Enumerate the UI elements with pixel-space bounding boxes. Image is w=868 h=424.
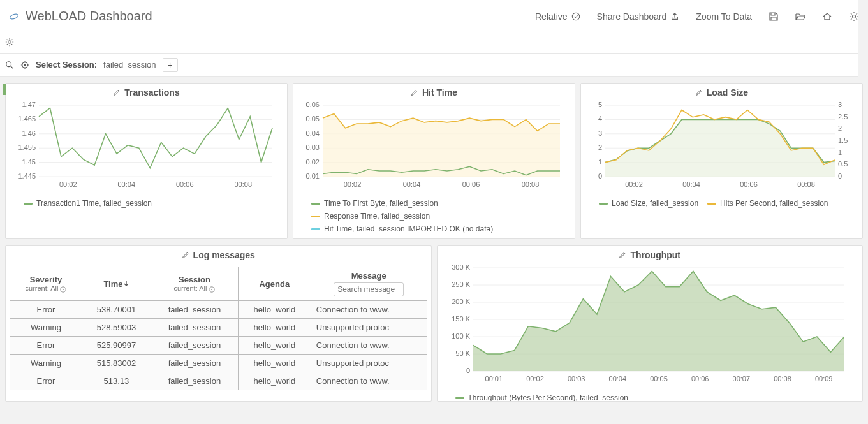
logo-icon (9, 11, 19, 22)
legend-text: Hits Per Second, failed_session (720, 199, 828, 208)
table-row[interactable]: Error513.13failed_sessionhello_worldConn… (10, 372, 427, 390)
subbar (0, 33, 868, 54)
cell-message: Unsupported protoc (311, 355, 427, 372)
title-text: Throughput (630, 250, 680, 260)
chart-hit-time[interactable]: 0.010.020.030.040.050.0600:0200:0400:060… (298, 101, 566, 191)
panel-title-transactions[interactable]: Transactions (6, 84, 287, 100)
panel-title-log[interactable]: Log messages (6, 246, 431, 263)
svg-text:1.5: 1.5 (838, 136, 848, 144)
svg-text:3: 3 (598, 129, 602, 137)
header-text: Severity (15, 275, 77, 284)
panel-throughput: Throughput 050 K100 K150 K200 K250 K300 … (437, 245, 864, 402)
svg-text:00:01: 00:01 (485, 375, 503, 383)
svg-text:00:04: 00:04 (608, 375, 626, 383)
filter-text: current: All (25, 284, 58, 292)
svg-text:0.06: 0.06 (306, 101, 320, 108)
panel-title-hit-time[interactable]: Hit Time (293, 84, 575, 100)
session-bar: Select Session: failed_session + (0, 54, 868, 77)
caret-icon (60, 286, 66, 293)
legend-transactions: Transaction1 Time, failed_session (6, 196, 287, 213)
cell-agenda: hello_world (238, 372, 311, 390)
relative-toggle[interactable]: Relative (535, 11, 580, 22)
svg-text:1.45: 1.45 (22, 158, 36, 166)
panel-title-throughput[interactable]: Throughput (438, 246, 863, 263)
title-text: Load Size (707, 87, 748, 98)
cell-severity: Warning (10, 355, 82, 372)
cell-session: failed_session (151, 319, 238, 337)
home-icon (822, 11, 832, 22)
header-text: Session (156, 275, 233, 284)
legend-load-size: Load Size, failed_session Hits Per Secon… (581, 196, 862, 213)
svg-text:00:08: 00:08 (774, 375, 791, 383)
table-row[interactable]: Warning515.83002failed_sessionhello_worl… (10, 355, 427, 372)
cell-time: 538.70001 (82, 301, 151, 319)
chart-transactions[interactable]: 1.4451.451.4551.461.4651.4700:0200:0400:… (11, 101, 279, 191)
cell-severity: Warning (10, 319, 82, 337)
share-label: Share Dashboard (597, 11, 667, 22)
charts-row-1: Transactions 1.4451.451.4551.461.4651.47… (0, 77, 868, 245)
save-icon (769, 11, 779, 22)
svg-point-3 (8, 41, 11, 43)
svg-point-1 (572, 13, 579, 20)
cell-session: failed_session (151, 355, 238, 372)
svg-text:1: 1 (838, 149, 842, 156)
panel-title-load-size[interactable]: Load Size (581, 84, 862, 100)
session-name[interactable]: failed_session (103, 60, 156, 69)
share-dashboard-button[interactable]: Share Dashboard (597, 11, 680, 22)
header-text: Time (103, 279, 122, 289)
legend-text: Load Size, failed_session (612, 199, 698, 208)
legend-item[interactable]: Response Time, failed_session (311, 212, 566, 221)
table-row[interactable]: Error525.90997failed_sessionhello_worldC… (10, 337, 427, 355)
table-row[interactable]: Error538.70001failed_sessionhello_worldC… (10, 301, 427, 319)
message-search-input[interactable] (334, 282, 404, 296)
filter-text: current: All (173, 284, 207, 292)
panel-handle[interactable] (3, 84, 6, 95)
chart-load-size[interactable]: 01234500.511.522.5300:0200:0400:0600:08 (586, 101, 854, 191)
brand[interactable]: WebLOAD Dashboard (9, 9, 152, 24)
zoom-to-data-button[interactable]: Zoom To Data (696, 11, 752, 22)
sort-desc-icon (123, 281, 129, 287)
legend-item[interactable]: Load Size, failed_session (599, 199, 698, 208)
save-button[interactable] (769, 11, 779, 22)
col-severity[interactable]: Severity current: All (10, 267, 82, 301)
svg-point-2 (853, 15, 856, 18)
legend-hit-time: Time To First Byte, failed_session Respo… (293, 196, 575, 238)
svg-text:00:06: 00:06 (691, 375, 709, 383)
svg-text:00:07: 00:07 (732, 375, 750, 383)
col-agenda[interactable]: Agenda (238, 267, 311, 301)
legend-item[interactable]: Hits Per Second, failed_session (707, 199, 828, 208)
svg-text:250 K: 250 K (452, 281, 470, 288)
cell-agenda: hello_world (238, 301, 311, 319)
add-session-button[interactable]: + (163, 58, 178, 72)
cell-message: Connection to www. (311, 301, 427, 319)
legend-item[interactable]: Throughput (Bytes Per Second), failed_se… (455, 393, 628, 401)
svg-text:00:09: 00:09 (814, 375, 832, 383)
search-icon[interactable] (5, 61, 14, 69)
svg-text:00:02: 00:02 (59, 180, 77, 188)
target-icon[interactable] (20, 61, 29, 69)
cell-severity: Error (10, 301, 82, 319)
open-folder-button[interactable] (795, 11, 805, 22)
folder-open-icon (795, 11, 805, 22)
col-message[interactable]: Message (311, 267, 427, 301)
cell-time: 515.83002 (82, 355, 151, 372)
col-time[interactable]: Time (82, 267, 151, 301)
chart-throughput[interactable]: 050 K100 K150 K200 K250 K300 K00:0100:02… (443, 264, 851, 385)
svg-text:00:02: 00:02 (625, 180, 643, 188)
row-settings-button[interactable] (5, 38, 14, 48)
svg-text:1.46: 1.46 (22, 129, 36, 137)
legend-item[interactable]: Transaction1 Time, failed_session (24, 199, 152, 208)
legend-text: Response Time, failed_session (324, 212, 430, 221)
svg-text:100 K: 100 K (452, 332, 470, 340)
legend-item[interactable]: Hit Time, failed_session IMPORTED OK (no… (311, 224, 566, 233)
legend-item[interactable]: Time To First Byte, failed_session (311, 199, 566, 208)
table-row[interactable]: Warning528.59003failed_sessionhello_worl… (10, 319, 427, 337)
cell-message: Unsupported protoc (311, 319, 427, 337)
svg-text:1: 1 (598, 158, 602, 166)
svg-text:200 K: 200 K (452, 298, 470, 305)
svg-text:50 K: 50 K (455, 349, 470, 357)
col-session[interactable]: Session current: All (151, 267, 238, 301)
svg-text:00:02: 00:02 (344, 180, 362, 188)
legend-throughput: Throughput (Bytes Per Second), failed_se… (438, 391, 863, 401)
home-button[interactable] (822, 11, 832, 22)
